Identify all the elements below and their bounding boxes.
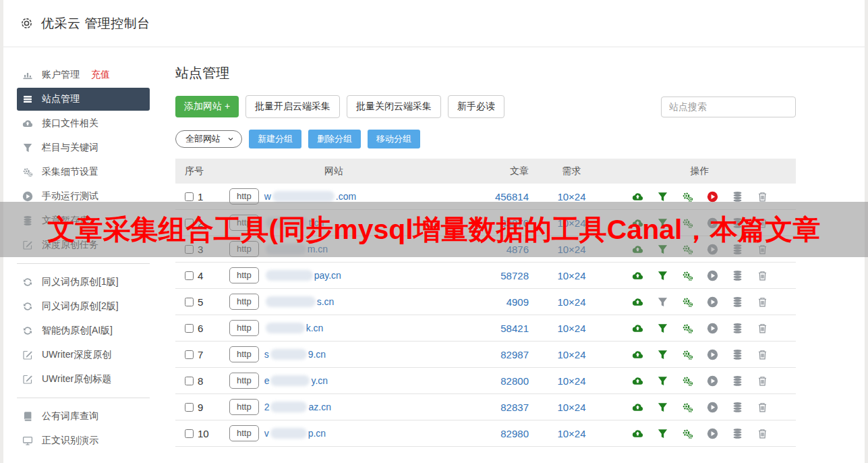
- filter-action-icon[interactable]: [657, 244, 668, 255]
- sidebar-item-thesaurus[interactable]: 公有词库查询: [17, 405, 150, 428]
- sidebar-item-synonym-2[interactable]: 同义词伪原创[2版]: [17, 295, 150, 318]
- run-action-icon[interactable]: [707, 244, 718, 255]
- row-checkbox[interactable]: [185, 192, 194, 201]
- sidebar-item-interface[interactable]: 接口文件相关: [17, 112, 150, 135]
- group-filter-select[interactable]: 全部网站: [175, 130, 242, 148]
- run-action-icon[interactable]: [707, 428, 718, 439]
- delete-group-button[interactable]: 删除分组: [308, 130, 361, 148]
- storage-action-icon[interactable]: [732, 323, 743, 334]
- delete-action-icon[interactable]: [757, 217, 768, 229]
- site-url-prefix[interactable]: e: [264, 375, 270, 386]
- run-action-icon[interactable]: [707, 375, 718, 387]
- sidebar-item-deep-task[interactable]: 深度原创任务: [17, 234, 150, 256]
- settings-action-icon[interactable]: [682, 244, 693, 255]
- run-action-icon[interactable]: [707, 402, 718, 413]
- storage-action-icon[interactable]: [732, 217, 743, 229]
- delete-action-icon[interactable]: [757, 323, 768, 334]
- row-checkbox[interactable]: [185, 350, 194, 359]
- settings-action-icon[interactable]: [682, 428, 693, 439]
- upload-action-icon[interactable]: [632, 375, 643, 387]
- delete-action-icon[interactable]: [757, 349, 768, 360]
- upload-action-icon[interactable]: [632, 349, 643, 360]
- run-action-icon[interactable]: [707, 191, 718, 202]
- filter-action-icon[interactable]: [657, 402, 668, 413]
- sidebar-item-uwriter-title[interactable]: UWriter原创标题: [17, 368, 150, 391]
- newbie-guide-button[interactable]: 新手必读: [448, 95, 504, 118]
- site-url[interactable]: y.cn: [311, 375, 328, 386]
- upload-action-icon[interactable]: [632, 323, 643, 334]
- filter-action-icon[interactable]: [657, 323, 668, 334]
- site-url[interactable]: pay.cn: [314, 270, 341, 281]
- filter-action-icon[interactable]: [657, 270, 668, 281]
- upload-action-icon[interactable]: [632, 191, 643, 202]
- row-checkbox[interactable]: [185, 324, 194, 333]
- recharge-link[interactable]: 充值: [91, 69, 110, 81]
- row-checkbox[interactable]: [185, 245, 194, 254]
- filter-action-icon[interactable]: [657, 428, 668, 439]
- settings-action-icon[interactable]: [682, 323, 693, 334]
- batch-open-cloud-button[interactable]: 批量开启云端采集: [245, 95, 340, 118]
- site-url[interactable]: s.cn: [317, 296, 335, 307]
- sidebar-item-staging[interactable]: 文章暂存库: [17, 209, 150, 232]
- delete-action-icon[interactable]: [757, 428, 768, 439]
- sidebar-item-content-demo[interactable]: 正文识别演示: [17, 429, 150, 452]
- row-checkbox[interactable]: [185, 271, 194, 280]
- row-checkbox[interactable]: [185, 403, 194, 412]
- site-search-input[interactable]: [661, 97, 796, 117]
- delete-action-icon[interactable]: [757, 402, 768, 413]
- delete-action-icon[interactable]: [757, 296, 768, 308]
- settings-action-icon[interactable]: [682, 349, 693, 360]
- site-url[interactable]: t.cn: [309, 217, 324, 228]
- settings-action-icon[interactable]: [682, 191, 693, 202]
- sidebar-item-ai-rewrite[interactable]: 智能伪原创[AI版]: [17, 319, 150, 342]
- storage-action-icon[interactable]: [732, 402, 743, 413]
- row-checkbox[interactable]: [185, 219, 194, 227]
- row-checkbox[interactable]: [185, 298, 194, 306]
- sidebar-item-sites[interactable]: 站点管理: [17, 88, 150, 111]
- add-site-button[interactable]: 添加网站 +: [175, 96, 239, 117]
- upload-action-icon[interactable]: [632, 402, 643, 413]
- site-url[interactable]: p.cn: [308, 428, 326, 439]
- upload-action-icon[interactable]: [632, 217, 643, 229]
- batch-close-cloud-button[interactable]: 批量关闭云端采集: [347, 95, 441, 118]
- storage-action-icon[interactable]: [732, 244, 743, 255]
- upload-action-icon[interactable]: [632, 296, 643, 308]
- site-url-prefix[interactable]: v: [264, 428, 269, 439]
- delete-action-icon[interactable]: [757, 244, 768, 255]
- storage-action-icon[interactable]: [732, 428, 743, 439]
- run-action-icon[interactable]: [707, 296, 718, 308]
- filter-action-icon[interactable]: [657, 217, 668, 229]
- sidebar-item-collect[interactable]: 采集细节设置: [17, 161, 150, 184]
- upload-action-icon[interactable]: [632, 270, 643, 281]
- delete-action-icon[interactable]: [757, 191, 768, 202]
- storage-action-icon[interactable]: [732, 375, 743, 387]
- upload-action-icon[interactable]: [632, 244, 643, 255]
- filter-action-icon[interactable]: [657, 375, 668, 387]
- delete-action-icon[interactable]: [757, 270, 768, 281]
- sidebar-item-uwriter-deep[interactable]: UWriter深度原创: [17, 344, 150, 366]
- sidebar-item-account[interactable]: 账户管理充值: [17, 63, 150, 86]
- row-checkbox[interactable]: [185, 429, 194, 438]
- row-checkbox[interactable]: [185, 377, 194, 385]
- site-url-prefix[interactable]: 2: [264, 402, 270, 412]
- sidebar-item-manual-test[interactable]: 手动运行测试: [17, 185, 150, 208]
- settings-action-icon[interactable]: [682, 375, 693, 387]
- sidebar-item-columns[interactable]: 栏目与关键词: [17, 136, 150, 159]
- settings-action-icon[interactable]: [682, 296, 693, 308]
- run-action-icon[interactable]: [707, 270, 718, 281]
- storage-action-icon[interactable]: [732, 349, 743, 360]
- filter-action-icon[interactable]: [657, 296, 668, 308]
- site-url[interactable]: az.cn: [308, 402, 330, 412]
- storage-action-icon[interactable]: [732, 270, 743, 281]
- settings-action-icon[interactable]: [682, 402, 693, 413]
- filter-action-icon[interactable]: [657, 349, 668, 360]
- delete-action-icon[interactable]: [757, 375, 768, 387]
- site-url[interactable]: .com: [336, 191, 356, 202]
- storage-action-icon[interactable]: [732, 191, 743, 202]
- sidebar-item-synonym-1[interactable]: 同义词伪原创[1版]: [17, 271, 150, 294]
- run-action-icon[interactable]: [707, 217, 718, 229]
- settings-action-icon[interactable]: [682, 270, 693, 281]
- site-url-prefix[interactable]: s: [264, 349, 269, 360]
- run-action-icon[interactable]: [707, 349, 718, 360]
- settings-action-icon[interactable]: [682, 217, 693, 229]
